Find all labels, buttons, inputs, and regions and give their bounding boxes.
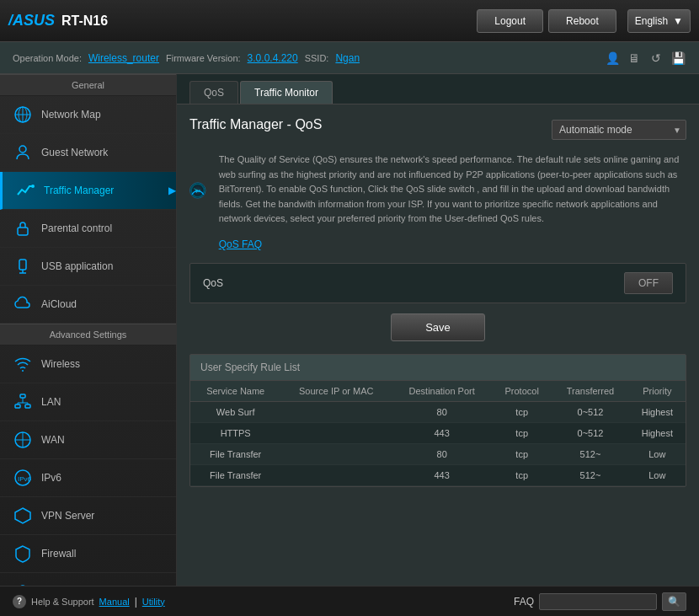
aicloud-icon — [13, 294, 33, 314]
search-icon[interactable]: 🔍 — [662, 592, 686, 611]
language-label: English — [635, 15, 668, 27]
table-cell-dest_port: 80 — [392, 401, 492, 422]
svg-rect-13 — [25, 404, 30, 408]
svg-rect-12 — [15, 404, 20, 408]
content-area: QoS Traffic Monitor Traffic Manager - Qo… — [177, 74, 699, 586]
sidebar-item-label: IPv6 — [41, 472, 61, 484]
table-cell-priority: Low — [629, 443, 686, 464]
logout-button[interactable]: Logout — [477, 9, 543, 33]
table-cell-service: Web Surf — [190, 401, 280, 422]
table-row: HTTPS443tcp0~512Highest — [190, 422, 686, 443]
sidebar-item-network-map[interactable]: Network Map — [0, 96, 176, 134]
qos-faq-link[interactable]: QoS FAQ — [219, 238, 262, 250]
sidebar-item-ipv6[interactable]: IPv6 IPv6 — [0, 459, 176, 497]
qos-toggle-button[interactable]: OFF — [624, 272, 673, 294]
help-icon: ? — [13, 595, 26, 608]
table-cell-transferred: 512~ — [552, 464, 628, 485]
sidebar-item-lan[interactable]: LAN — [0, 383, 176, 421]
help-support-label: Help & Support — [31, 597, 94, 607]
save-button[interactable]: Save — [391, 313, 485, 341]
table-cell-transferred: 512~ — [552, 443, 628, 464]
table-cell-dest_port: 443 — [392, 464, 492, 485]
description-box: QoS The Quality of Service (QoS) ensures… — [189, 153, 686, 250]
administration-icon — [13, 581, 33, 586]
content-inner: Traffic Manager - QoS Automatic mode Use… — [177, 104, 699, 500]
main-layout: General Network Map Guest Network Traffi… — [0, 74, 699, 586]
status-bar: Operation Mode: Wireless_router Firmware… — [0, 42, 699, 74]
mode-dropdown[interactable]: Automatic mode User-defined QoS rulesDis… — [552, 120, 686, 140]
chevron-down-icon: ▼ — [673, 15, 683, 27]
table-cell-source — [280, 464, 392, 485]
reboot-button[interactable]: Reboot — [548, 9, 616, 33]
table-row: File Transfer80tcp512~Low — [190, 443, 686, 464]
sidebar-item-vpn-server[interactable]: VPN Server — [0, 497, 176, 535]
tab-traffic-monitor[interactable]: Traffic Monitor — [240, 81, 333, 104]
sidebar-item-label: WAN — [41, 434, 65, 446]
svg-point-4 — [19, 146, 26, 153]
table-cell-protocol: tcp — [492, 464, 552, 485]
table-cell-protocol: tcp — [492, 422, 552, 443]
save-button-row: Save — [189, 313, 686, 341]
tab-qos[interactable]: QoS — [189, 81, 238, 104]
svg-rect-11 — [20, 394, 25, 398]
sidebar-item-wireless[interactable]: Wireless — [0, 345, 176, 383]
table-cell-source — [280, 422, 392, 443]
sidebar-item-label: Guest Network — [41, 147, 108, 158]
faq-label: FAQ — [514, 596, 534, 608]
faq-search-input[interactable] — [539, 593, 657, 610]
sidebar-item-label: AiCloud — [41, 298, 77, 310]
table-cell-protocol: tcp — [492, 443, 552, 464]
rules-table: Service Name Source IP or MAC Destinatio… — [190, 381, 686, 486]
sidebar-item-label: Traffic Manager — [44, 185, 114, 196]
qos-gauge: QoS — [189, 153, 206, 228]
header: /ASUS RT-N16 Logout Reboot English ▼ — [0, 0, 699, 42]
sidebar-item-label: Network Map — [41, 109, 101, 121]
sidebar-item-wan[interactable]: WAN — [0, 421, 176, 459]
save-icon[interactable]: 💾 — [670, 50, 686, 67]
table-cell-dest_port: 80 — [392, 443, 492, 464]
sidebar-item-label: VPN Server — [41, 510, 94, 522]
manual-link[interactable]: Manual — [99, 597, 130, 607]
operation-mode-value[interactable]: Wireless_router — [88, 52, 159, 64]
sidebar-item-guest-network[interactable]: Guest Network — [0, 134, 176, 172]
parental-control-icon — [13, 218, 33, 238]
wan-icon — [13, 430, 33, 450]
utility-link[interactable]: Utility — [142, 597, 165, 607]
table-cell-priority: Highest — [629, 401, 686, 422]
firmware-value[interactable]: 3.0.0.4.220 — [248, 52, 298, 64]
sidebar-item-firewall[interactable]: Firewall — [0, 535, 176, 573]
ssid-label: SSID: — [305, 53, 329, 63]
sidebar-item-administration[interactable]: Administration — [0, 573, 176, 586]
vpn-server-icon — [13, 506, 33, 526]
ssid-value[interactable]: Ngan — [335, 52, 360, 64]
faq-section: FAQ 🔍 — [514, 592, 686, 611]
usb-application-icon — [13, 256, 33, 276]
table-cell-transferred: 0~512 — [552, 401, 628, 422]
sidebar-item-label: USB application — [41, 260, 113, 272]
sidebar-item-parental-control[interactable]: Parental control — [0, 210, 176, 248]
sidebar-item-label: Parental control — [41, 222, 112, 234]
svg-point-10 — [22, 370, 24, 372]
sidebar-item-aicloud[interactable]: AiCloud — [0, 286, 176, 324]
table-cell-transferred: 0~512 — [552, 422, 628, 443]
network-map-icon — [13, 104, 33, 125]
svg-point-32 — [197, 190, 198, 190]
refresh-icon[interactable]: ↺ — [648, 50, 664, 67]
mode-dropdown-wrapper[interactable]: Automatic mode User-defined QoS rulesDis… — [552, 120, 686, 140]
table-cell-priority: Low — [629, 464, 686, 485]
user-icon: 👤 — [604, 50, 621, 67]
qos-toggle-row: QoS OFF — [189, 263, 686, 303]
asus-logo: /ASUS — [8, 12, 55, 29]
table-cell-protocol: tcp — [492, 401, 552, 422]
qos-field-label: QoS — [203, 277, 624, 289]
svg-text:IPv6: IPv6 — [18, 475, 32, 483]
table-cell-service: File Transfer — [190, 464, 280, 485]
col-transferred: Transferred — [552, 381, 628, 402]
sidebar-item-traffic-manager[interactable]: Traffic Manager — [0, 172, 176, 210]
ipv6-icon: IPv6 — [13, 468, 33, 488]
table-row: Web Surf80tcp0~512Highest — [190, 401, 686, 422]
page-header-row: Traffic Manager - QoS Automatic mode Use… — [189, 117, 686, 142]
col-protocol: Protocol — [492, 381, 552, 402]
sidebar-item-usb-application[interactable]: USB application — [0, 248, 176, 286]
language-selector[interactable]: English ▼ — [627, 9, 691, 33]
